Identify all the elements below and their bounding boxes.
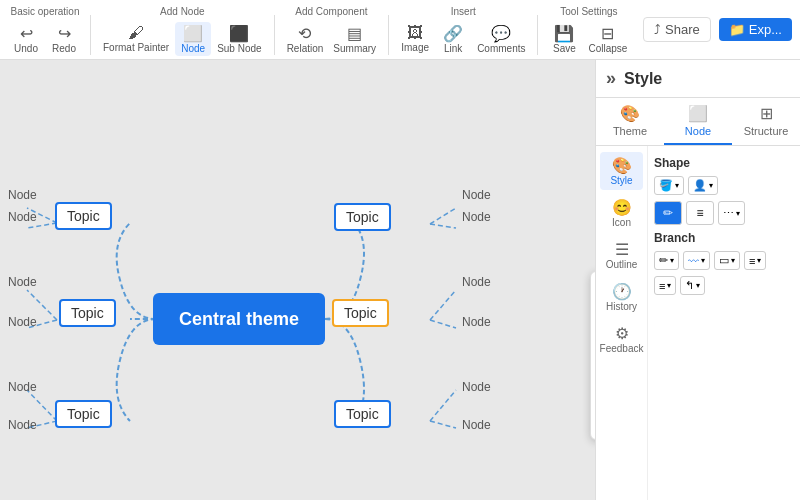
format-painter-icon: 🖌 (128, 24, 144, 42)
collapse-button[interactable]: ⊟ Collapse (584, 22, 631, 56)
redo-button[interactable]: ↪ Redo (46, 22, 82, 56)
panel-header: » Style (596, 60, 800, 98)
style-sidebar-feedback[interactable]: ⚙ Feedback (600, 320, 643, 358)
topic-node-tr3[interactable]: Topic (334, 400, 391, 428)
tab-structure[interactable]: ⊞ Structure (732, 98, 800, 145)
collapse-icon: ⊟ (601, 24, 614, 43)
branch-lines2-icon: ≡ (749, 255, 755, 267)
style-sidebar-history[interactable]: 🕐 History (600, 278, 643, 316)
branch-line-dropdown[interactable]: 〰 ▾ (683, 251, 710, 270)
add-component-group: Add Component ⟲ Relation ▤ Summary (283, 4, 381, 56)
branch-dash-chevron: ▾ (667, 281, 671, 290)
panel-body: 🎨 Style 😊 Icon ☰ Outline 🕐 History ⚙ (596, 146, 800, 500)
relation-label: Relation (287, 43, 324, 54)
node-label-4: Node (8, 315, 37, 329)
node-button[interactable]: ⬜ Node (175, 22, 211, 56)
redo-icon: ↪ (58, 24, 71, 43)
share-icon: ⤴ (654, 22, 661, 37)
add-component-label: Add Component (295, 6, 367, 17)
branch-rect-chevron: ▾ (731, 256, 735, 265)
outline-label: Outline (606, 259, 638, 270)
person-icon: 👤 (693, 179, 707, 192)
node-label-6: Node (8, 418, 37, 432)
dots-icon: ⋯ (723, 207, 734, 220)
style-sidebar-icon[interactable]: 😊 Icon (600, 194, 643, 232)
sep-2 (274, 15, 275, 55)
shape-fill-dropdown[interactable]: 🪣 ▾ (654, 176, 684, 195)
style-sidebar-style[interactable]: 🎨 Style (600, 152, 643, 190)
shape-section-title: Shape (654, 156, 794, 170)
branch-arrow-dropdown[interactable]: ↰ ▾ (680, 276, 705, 295)
branch-arrow-icon: ↰ (685, 279, 694, 292)
node-label-9: Node (462, 275, 491, 289)
style-palette-icon: 🎨 (612, 156, 632, 175)
central-theme-node[interactable]: Central theme (153, 293, 325, 345)
tab-node-label: Node (685, 125, 711, 137)
theme-icon: 🎨 (620, 104, 640, 123)
structure-icon: ⊞ (760, 104, 773, 123)
sep-1 (90, 15, 91, 55)
right-panel: » Style 🎨 Theme ⬜ Node ⊞ Structure 🎨 St (595, 60, 800, 500)
tab-theme[interactable]: 🎨 Theme (596, 98, 664, 145)
export-button[interactable]: 📁 Exp... (719, 18, 792, 41)
person-chevron: ▾ (709, 181, 713, 190)
node-label-5: Node (8, 380, 37, 394)
branch-fill-dropdown[interactable]: ✏ ▾ (654, 251, 679, 270)
summary-button[interactable]: ▤ Summary (329, 22, 380, 56)
branch-row-2: ≡ ▾ ↰ ▾ (654, 276, 794, 295)
branch-line-icon: 〰 (688, 255, 699, 267)
fill-chevron: ▾ (675, 181, 679, 190)
comments-button[interactable]: 💬 Comments (473, 22, 529, 56)
feedback-icon: ⚙ (615, 324, 629, 343)
node-icon: ⬜ (183, 24, 203, 43)
relation-icon: ⟲ (298, 24, 311, 43)
branch-row-1: ✏ ▾ 〰 ▾ ▭ ▾ ≡ ▾ (654, 251, 794, 270)
branch-dash-dropdown[interactable]: ≡ ▾ (654, 276, 676, 295)
branch-lines2-dropdown[interactable]: ≡ ▾ (744, 251, 766, 270)
branch-rect-dropdown[interactable]: ▭ ▾ (714, 251, 740, 270)
panel-collapse-button[interactable]: » (606, 68, 616, 89)
comments-label: Comments (477, 43, 525, 54)
node-label-12: Node (462, 418, 491, 432)
topic-node-tl2[interactable]: Topic (59, 299, 116, 327)
format-painter-label: Format Painter (103, 42, 169, 53)
relation-button[interactable]: ⟲ Relation (283, 22, 328, 56)
insert-group: Insert 🖼 Image 🔗 Link 💬 Comments (397, 4, 529, 56)
save-button[interactable]: 💾 Save (546, 22, 582, 56)
export-icon: 📁 (729, 22, 745, 37)
export-label: Exp... (749, 22, 782, 37)
sub-node-button[interactable]: ⬛ Sub Node (213, 22, 265, 56)
central-theme-label: Central theme (179, 309, 299, 330)
outline-icon: ☰ (615, 240, 629, 259)
topic-node-tr1[interactable]: Topic (334, 203, 391, 231)
undo-label: Undo (14, 43, 38, 54)
branch-fill-chevron: ▾ (670, 256, 674, 265)
share-button[interactable]: ⤴ Share (643, 17, 711, 42)
style-content: Shape 🪣 ▾ 👤 ▾ ✏ ≡ ⋯ ▾ (648, 146, 800, 500)
icon-label: Icon (612, 217, 631, 228)
image-button[interactable]: 🖼 Image (397, 22, 433, 56)
link-button[interactable]: 🔗 Link (435, 22, 471, 56)
connection-popup: Connection line style (590, 271, 595, 440)
format-painter-button[interactable]: 🖌 Format Painter (99, 22, 173, 56)
add-node-group: Add Node 🖌 Format Painter ⬜ Node ⬛ Sub N… (99, 4, 266, 56)
topic-node-tl1[interactable]: Topic (55, 202, 112, 230)
feedback-label: Feedback (600, 343, 644, 354)
shape-dots-dropdown[interactable]: ⋯ ▾ (718, 201, 745, 225)
style-sidebar-outline[interactable]: ☰ Outline (600, 236, 643, 274)
undo-icon: ↩ (20, 24, 33, 43)
undo-button[interactable]: ↩ Undo (8, 22, 44, 56)
topic-node-tr2[interactable]: Topic (332, 299, 389, 327)
shape-pen-btn[interactable]: ✏ (654, 201, 682, 225)
shape-lines-btn[interactable]: ≡ (686, 201, 714, 225)
node-label-10: Node (462, 315, 491, 329)
canvas[interactable]: Node Node Node Node Node Node Node Node … (0, 60, 595, 500)
shape-person-dropdown[interactable]: 👤 ▾ (688, 176, 718, 195)
save-icon: 💾 (554, 24, 574, 43)
basic-operation-label: Basic operation (11, 6, 80, 17)
main-area: Node Node Node Node Node Node Node Node … (0, 60, 800, 500)
redo-label: Redo (52, 43, 76, 54)
branch-arrow-chevron: ▾ (696, 281, 700, 290)
tab-node[interactable]: ⬜ Node (664, 98, 732, 145)
topic-node-tl3[interactable]: Topic (55, 400, 112, 428)
